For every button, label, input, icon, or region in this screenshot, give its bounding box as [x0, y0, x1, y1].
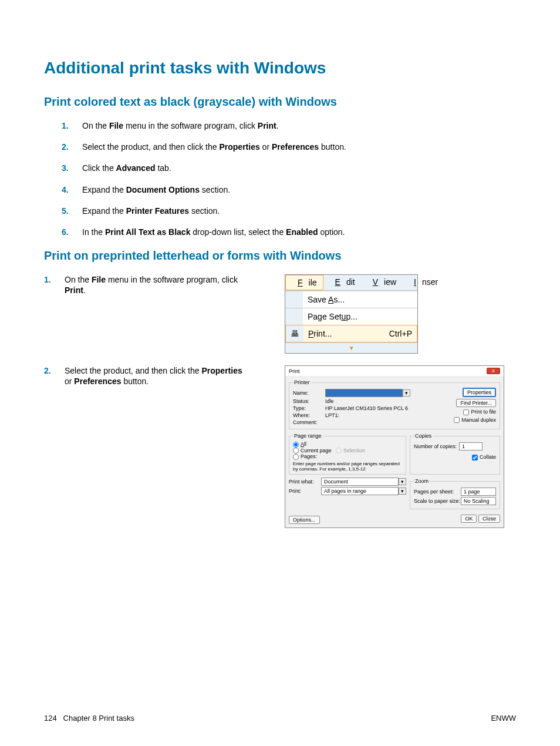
list-item: 1.On the File menu in the software progr…: [65, 274, 249, 295]
ok-button: OK: [461, 515, 477, 523]
file-menu-screenshot: File Edit View Inser Save As... Page Set…: [285, 274, 418, 354]
list-item: 5.Expand the Printer Features section.: [82, 206, 516, 216]
list-item: 2.Select the product, and then click the…: [82, 142, 516, 152]
options-button: Options...: [289, 516, 320, 524]
list-item: 4.Expand the Document Options section.: [82, 184, 516, 195]
section1-heading: Print colored text as black (grayscale) …: [44, 95, 516, 109]
section1-step-list: 1.On the File menu in the software progr…: [44, 120, 516, 237]
page-footer: 124 Chapter 8 Print tasks ENWW: [44, 714, 516, 723]
find-printer-button: Find Printer...: [456, 399, 496, 407]
dialog-title: Print: [289, 368, 300, 374]
menu-file: File: [285, 275, 323, 290]
printer-icon: 🖶: [291, 329, 299, 338]
page-title: Additional print tasks with Windows: [44, 59, 516, 78]
menu-edit: Edit: [323, 275, 361, 290]
list-item: 2.Select the product, and then click the…: [65, 365, 249, 387]
menu-item-saveas: Save As...: [285, 291, 417, 308]
menu-view: View: [361, 275, 402, 290]
menu-insert: Inser: [402, 275, 444, 290]
list-item: 6.In the Print All Text as Black drop-do…: [82, 227, 516, 237]
menu-item-print: 🖶 Print... Ctrl+P: [285, 325, 417, 342]
list-item: 3.Click the Advanced tab.: [82, 163, 516, 173]
menu-item-pagesetup: Page Setup...: [285, 308, 417, 325]
properties-button: Properties: [463, 388, 496, 397]
close-button: Close: [478, 515, 500, 523]
section2-heading: Print on preprinted letterhead or forms …: [44, 249, 516, 263]
expand-icon: ▾: [285, 342, 417, 353]
list-item: 1.On the File menu in the software progr…: [82, 120, 516, 131]
close-icon: X: [487, 368, 500, 374]
print-dialog-screenshot: PrintX Printer Name: ▾ Status:Idle Type:…: [285, 365, 504, 528]
